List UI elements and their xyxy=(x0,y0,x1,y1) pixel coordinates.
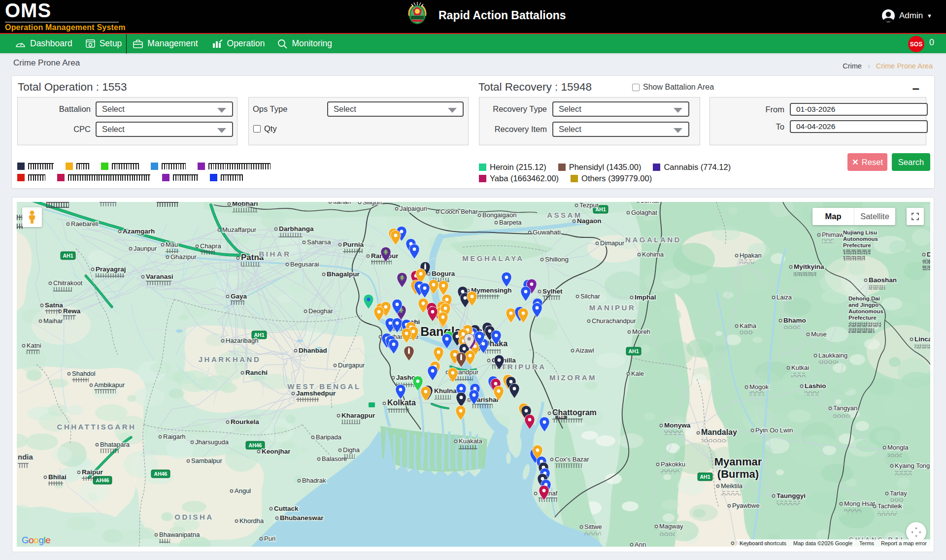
svg-text:Bogura: Bogura xyxy=(432,270,455,277)
svg-text:Dimapur: Dimapur xyxy=(600,239,625,247)
svg-text:and Jingpo: and Jingpo xyxy=(848,302,878,308)
svg-text:Mongla: Mongla xyxy=(887,444,909,451)
svg-text:Maihar: Maihar xyxy=(43,317,63,325)
svg-text:Guwahati: Guwahati xyxy=(533,229,561,236)
svg-text:ODISHA: ODISHA xyxy=(174,513,213,521)
svg-text:AH1: AH1 xyxy=(628,348,639,354)
svg-text:Jalpaiguri: Jalpaiguri xyxy=(400,205,427,212)
svg-text:Golaghat: Golaghat xyxy=(631,209,657,216)
svg-text:AH1: AH1 xyxy=(700,474,710,480)
svg-text:Sylhet: Sylhet xyxy=(542,288,563,295)
svg-text:Muse: Muse xyxy=(811,330,827,338)
svg-text:TRIPURA: TRIPURA xyxy=(501,362,546,371)
svg-text:Sambalpur: Sambalpur xyxy=(191,457,223,464)
svg-text:Meiktila: Meiktila xyxy=(721,482,743,490)
svg-text:Churachandpur: Churachandpur xyxy=(592,317,636,325)
svg-text:Bhatapara: Bhatapara xyxy=(100,441,130,448)
svg-text:Mymensingh: Mymensingh xyxy=(471,287,512,294)
svg-text:Ann: Ann xyxy=(635,541,646,547)
svg-text:Rewa: Rewa xyxy=(63,307,81,315)
svg-text:ASSAM: ASSAM xyxy=(547,211,582,219)
svg-text:Nujiang Lisu: Nujiang Lisu xyxy=(843,230,877,235)
svg-text:Cuttack: Cuttack xyxy=(274,505,299,512)
svg-text:CHHATTISGARH: CHHATTISGARH xyxy=(57,423,136,431)
svg-text:Durgapur: Durgapur xyxy=(338,362,365,369)
svg-text:Myanmar: Myanmar xyxy=(714,456,762,468)
svg-text:Pyawbwe: Pyawbwe xyxy=(732,502,760,509)
svg-text:Khordha: Khordha xyxy=(239,517,264,525)
svg-text:Chattogram: Chattogram xyxy=(552,408,597,417)
svg-text:Katni: Katni xyxy=(27,342,41,349)
svg-text:Tangyan: Tangyan xyxy=(833,404,857,412)
svg-text:ndia: ndia xyxy=(18,453,33,461)
svg-text:Bhagalpur: Bhagalpur xyxy=(327,270,360,278)
svg-text:Shillong: Shillong xyxy=(545,256,569,263)
svg-text:Pakokku: Pakokku xyxy=(661,461,685,468)
svg-text:Saharsa: Saharsa xyxy=(307,238,331,246)
svg-text:Purnia: Purnia xyxy=(343,241,364,248)
svg-text:Lincang: Lincang xyxy=(914,335,930,343)
svg-text:Chitrakoot: Chitrakoot xyxy=(53,279,83,287)
svg-text:Kuakata: Kuakata xyxy=(459,437,482,445)
svg-text:Taunggyi: Taunggyi xyxy=(777,492,806,499)
svg-text:Kutkai: Kutkai xyxy=(791,364,809,371)
svg-text:Darbhanga: Darbhanga xyxy=(279,225,314,232)
svg-text:Kohima: Kohima xyxy=(642,251,664,258)
svg-text:Moreh: Moreh xyxy=(632,328,650,335)
svg-text:Sittwe: Sittwe xyxy=(584,523,602,530)
svg-text:Siliguri: Siliguri xyxy=(363,202,382,206)
svg-text:Keonjhar: Keonjhar xyxy=(262,448,291,455)
svg-text:Katha: Katha xyxy=(740,322,757,329)
svg-text:BIHAR: BIHAR xyxy=(259,250,291,258)
svg-text:Raebareli: Raebareli xyxy=(71,220,99,228)
svg-text:Mogok: Mogok xyxy=(749,383,769,391)
svg-text:Jharsuguda: Jharsuguda xyxy=(195,438,229,446)
svg-text:Dali: Dali xyxy=(927,251,930,258)
svg-text:Prayagraj: Prayagraj xyxy=(96,265,126,273)
svg-text:Autonomous: Autonomous xyxy=(843,236,878,242)
svg-text:Bhadrak: Bhadrak xyxy=(302,477,326,484)
svg-text:Raipur: Raipur xyxy=(82,468,103,476)
svg-text:Silchar: Silchar xyxy=(580,293,600,300)
svg-text:Mau: Mau xyxy=(166,241,178,248)
svg-text:Itahari: Itahari xyxy=(333,202,351,205)
svg-text:Chapra: Chapra xyxy=(200,242,221,250)
svg-text:Imphal: Imphal xyxy=(635,294,656,301)
svg-text:Monywa: Monywa xyxy=(664,422,691,429)
svg-text:Prefecture: Prefecture xyxy=(843,242,871,248)
svg-text:MANIPUR: MANIPUR xyxy=(589,303,636,312)
svg-text:Jaunpur: Jaunpur xyxy=(134,245,157,252)
svg-text:Bhamo: Bhamo xyxy=(783,317,806,324)
svg-text:Tarlay: Tarlay xyxy=(890,490,907,497)
svg-text:Raigarh: Raigarh xyxy=(163,433,186,440)
svg-text:Deoghar: Deoghar xyxy=(308,307,334,315)
svg-text:Bhubaneswar: Bhubaneswar xyxy=(280,514,324,522)
svg-text:Kyaing Tong: Kyaing Tong xyxy=(895,462,930,469)
svg-text:Mong Hsat: Mong Hsat xyxy=(844,500,875,507)
svg-text:Rourkela: Rourkela xyxy=(231,418,259,426)
svg-text:Jamshedpur: Jamshedpur xyxy=(296,390,336,397)
svg-text:Shahdol: Shahdol xyxy=(72,370,96,377)
svg-text:Laukkaing: Laukkaing xyxy=(818,352,847,359)
svg-text:(Burma): (Burma) xyxy=(717,468,759,480)
svg-text:Lashio: Lashio xyxy=(805,382,826,390)
svg-text:Begusarai: Begusarai xyxy=(290,261,319,268)
svg-text:Pyin Oo Lwin: Pyin Oo Lwin xyxy=(755,427,793,434)
svg-text:Digha: Digha xyxy=(343,446,360,454)
svg-text:JHARKHAND: JHARKHAND xyxy=(199,355,261,363)
svg-text:Muzaffarpur: Muzaffarpur xyxy=(222,226,257,233)
svg-text:Gaya: Gaya xyxy=(231,293,247,300)
svg-text:Ambikapur: Ambikapur xyxy=(94,381,125,389)
svg-text:Jornat: Jornat xyxy=(641,202,659,204)
svg-text:Magway: Magway xyxy=(659,523,683,530)
svg-text:Phimaw: Phimaw xyxy=(822,231,844,238)
svg-text:Mandalay: Mandalay xyxy=(701,428,737,436)
svg-text:Azamgarh: Azamgarh xyxy=(123,228,155,235)
svg-text:Prefecture: Prefecture xyxy=(848,315,877,321)
svg-text:Myitkyina: Myitkyina xyxy=(794,263,824,270)
svg-text:MEGHALAYA: MEGHALAYA xyxy=(462,254,524,263)
svg-text:Baripada: Baripada xyxy=(316,433,342,441)
svg-text:Bongaigaon: Bongaigaon xyxy=(482,211,516,219)
svg-text:Kale: Kale xyxy=(631,370,644,377)
svg-text:Dhanbad: Dhanbad xyxy=(299,347,327,354)
